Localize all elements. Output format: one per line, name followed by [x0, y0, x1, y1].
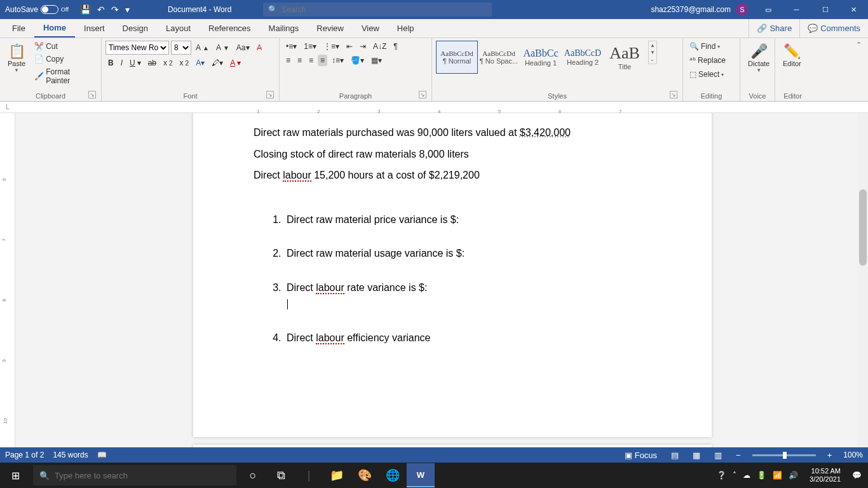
- minimize-button[interactable]: ─: [782, 0, 811, 19]
- task-view-icon[interactable]: ⧉: [267, 463, 295, 488]
- tab-file[interactable]: File: [3, 19, 34, 37]
- bullets-icon[interactable]: •≡▾: [283, 41, 299, 52]
- battery-icon[interactable]: 🔋: [757, 471, 766, 480]
- font-size-select[interactable]: 8: [171, 41, 191, 55]
- tab-review[interactable]: Review: [308, 19, 353, 37]
- horizontal-ruler[interactable]: L 1 2 3 4 5 6 7: [0, 102, 868, 113]
- styles-scroll-up-icon[interactable]: ▲: [650, 43, 655, 48]
- help-icon[interactable]: ❔: [717, 471, 726, 480]
- font-color-icon[interactable]: A▾: [227, 57, 243, 69]
- toggle-switch-icon[interactable]: [41, 5, 58, 14]
- wifi-icon[interactable]: 📶: [773, 471, 782, 480]
- cortana-icon[interactable]: ○: [239, 463, 267, 488]
- tray-chevron-icon[interactable]: ˄: [733, 471, 736, 480]
- vertical-ruler[interactable]: 6 7 8 9 10: [0, 113, 15, 464]
- account-area[interactable]: shaz25379@gmail.com S: [646, 3, 754, 16]
- list-item[interactable]: Direct labour efficiency variance: [284, 321, 651, 355]
- tab-insert[interactable]: Insert: [75, 19, 114, 37]
- justify-icon[interactable]: ≡: [318, 55, 327, 66]
- font-name-select[interactable]: Times New Rom: [105, 41, 169, 55]
- styles-scroll-down-icon[interactable]: ▼: [650, 50, 655, 55]
- style-no-spacing[interactable]: AaBbCcDd¶ No Spac...: [478, 41, 520, 74]
- tab-design[interactable]: Design: [114, 19, 157, 37]
- clear-formatting-icon[interactable]: A̶: [254, 42, 264, 53]
- paragraph-launcher-icon[interactable]: ↘: [419, 91, 426, 98]
- scrollbar-thumb[interactable]: [859, 189, 867, 266]
- save-icon[interactable]: 💾: [80, 4, 91, 15]
- bold-button[interactable]: B: [105, 57, 116, 69]
- zoom-thumb[interactable]: [783, 452, 787, 459]
- tab-references[interactable]: References: [200, 19, 259, 37]
- increase-font-icon[interactable]: A▲: [193, 42, 212, 53]
- focus-mode-button[interactable]: ▣ Focus: [622, 451, 660, 460]
- find-button[interactable]: 🔍Find▾: [687, 41, 722, 52]
- file-explorer-icon[interactable]: 📁: [323, 463, 351, 488]
- zoom-out-button[interactable]: −: [733, 451, 743, 460]
- close-button[interactable]: ✕: [839, 0, 868, 19]
- superscript-button[interactable]: x2: [177, 57, 192, 69]
- tab-help[interactable]: Help: [388, 19, 423, 37]
- app-icon[interactable]: 🎨: [351, 463, 379, 488]
- tab-mailings[interactable]: Mailings: [260, 19, 308, 37]
- share-button[interactable]: 🔗Share: [749, 19, 799, 37]
- undo-icon[interactable]: ↶: [97, 4, 105, 15]
- subscript-button[interactable]: x2: [161, 57, 175, 69]
- styles-expand-icon[interactable]: ⌄: [650, 57, 655, 62]
- numbering-icon[interactable]: 1≡▾: [301, 41, 319, 52]
- read-mode-icon[interactable]: ▤: [668, 451, 681, 460]
- list-item[interactable]: Direct raw material price variance is $:: [284, 203, 651, 237]
- replace-button[interactable]: ᵃᵇReplace: [687, 55, 728, 66]
- document-page[interactable]: Direct raw materials purchased was 90,00…: [193, 113, 712, 437]
- vertical-scrollbar[interactable]: [858, 113, 868, 464]
- comments-button[interactable]: 💬Comments: [799, 19, 868, 37]
- tab-home[interactable]: Home: [34, 19, 75, 37]
- redo-icon[interactable]: ↷: [111, 4, 119, 15]
- styles-launcher-icon[interactable]: ↘: [670, 91, 677, 98]
- qat-customize-icon[interactable]: ▾: [125, 4, 130, 15]
- line-spacing-icon[interactable]: ↕≡▾: [329, 55, 346, 66]
- style-heading2[interactable]: AaBbCcDHeading 2: [562, 41, 604, 74]
- clock[interactable]: 10:52 AM 3/20/2021: [804, 467, 846, 484]
- zoom-slider[interactable]: [752, 454, 816, 456]
- tell-me-search[interactable]: 🔍: [263, 3, 492, 17]
- paste-button[interactable]: 📋 Paste ▼: [4, 41, 29, 76]
- dictate-button[interactable]: 🎤 Dictate ▼: [744, 41, 773, 76]
- borders-icon[interactable]: ▦▾: [369, 55, 384, 66]
- decrease-font-icon[interactable]: A▼: [214, 42, 232, 53]
- editor-button[interactable]: ✏️ Editor: [779, 41, 805, 70]
- zoom-in-button[interactable]: +: [825, 451, 835, 460]
- multilevel-list-icon[interactable]: ⋮≡▾: [321, 41, 342, 52]
- tab-view[interactable]: View: [353, 19, 388, 37]
- collapse-ribbon-icon[interactable]: ⌃: [850, 38, 868, 101]
- chrome-icon[interactable]: 🌐: [379, 463, 407, 488]
- italic-button[interactable]: I: [118, 57, 125, 69]
- page-indicator[interactable]: Page 1 of 2: [5, 451, 44, 459]
- taskbar-search-input[interactable]: [55, 471, 230, 480]
- underline-button[interactable]: U▾: [127, 57, 144, 69]
- increase-indent-icon[interactable]: ⇥: [357, 41, 369, 52]
- sort-icon[interactable]: A↓Z: [370, 41, 389, 52]
- decrease-indent-icon[interactable]: ⇤: [344, 41, 355, 52]
- show-marks-icon[interactable]: ¶: [391, 41, 400, 52]
- word-count[interactable]: 145 words: [53, 451, 88, 459]
- format-painter-button[interactable]: 🖌️Format Painter: [32, 66, 97, 86]
- onedrive-icon[interactable]: ☁: [743, 471, 750, 480]
- paragraph[interactable]: Closing stock of direct raw materials 8,…: [254, 146, 651, 163]
- start-button[interactable]: ⊞: [0, 470, 31, 482]
- align-left-icon[interactable]: ≡: [283, 55, 293, 66]
- list-item[interactable]: Direct labour rate variance is $:: [284, 271, 651, 321]
- paragraph[interactable]: Direct labour 15,200 hours at a cost of …: [254, 167, 651, 184]
- zoom-level[interactable]: 100%: [843, 451, 863, 459]
- cut-button[interactable]: ✂️Cut: [32, 41, 97, 52]
- text-effects-icon[interactable]: A▾: [193, 57, 207, 69]
- volume-icon[interactable]: 🔊: [789, 471, 798, 480]
- avatar[interactable]: S: [736, 3, 749, 16]
- notifications-icon[interactable]: 💬: [852, 471, 862, 480]
- style-normal[interactable]: AaBbCcDd¶ Normal: [436, 41, 478, 74]
- align-center-icon[interactable]: ≡: [295, 55, 304, 66]
- style-heading1[interactable]: AaBbCcHeading 1: [520, 41, 562, 74]
- select-button[interactable]: ⬚Select▾: [687, 69, 726, 80]
- highlight-icon[interactable]: 🖍▾: [209, 57, 226, 69]
- style-title[interactable]: AaBTitle: [604, 41, 646, 74]
- maximize-button[interactable]: ☐: [811, 0, 839, 19]
